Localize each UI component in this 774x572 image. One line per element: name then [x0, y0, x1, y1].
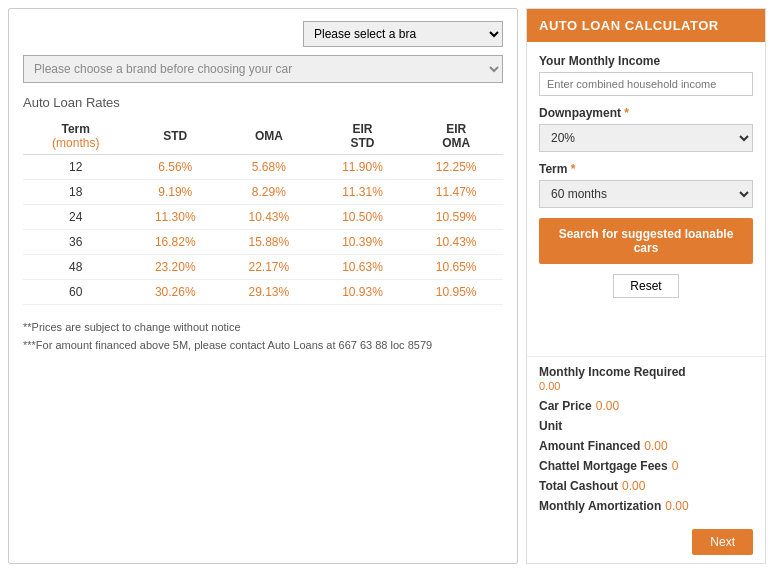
left-panel: Please select a bra Please choose a bran…: [8, 8, 518, 564]
header-eir-oma: EIROMA: [409, 118, 503, 155]
monthly-amort-row: Monthly Amortization 0.00: [539, 499, 753, 513]
cell-std: 23.20%: [128, 255, 222, 280]
cell-term: 60: [23, 280, 128, 305]
cell-eir-oma: 10.65%: [409, 255, 503, 280]
rates-table: Term(months) STD OMA EIRSTD EIROMA 126.5…: [23, 118, 503, 305]
cell-oma: 10.43%: [222, 205, 316, 230]
cell-term: 18: [23, 180, 128, 205]
table-row: 6030.26%29.13%10.93%10.95%: [23, 280, 503, 305]
term-select[interactable]: 12 months 18 months 24 months 36 months …: [539, 180, 753, 208]
cell-eir-std: 10.50%: [316, 205, 410, 230]
car-price-row: Car Price 0.00: [539, 399, 753, 413]
cell-oma: 15.88%: [222, 230, 316, 255]
income-input[interactable]: [539, 72, 753, 96]
cell-std: 9.19%: [128, 180, 222, 205]
calculator-body: Your Monthly Income Downpayment * 20% 30…: [527, 42, 765, 356]
term-field: Term * 12 months 18 months 24 months 36 …: [539, 162, 753, 208]
search-button[interactable]: Search for suggested loanable cars: [539, 218, 753, 264]
cell-eir-std: 10.63%: [316, 255, 410, 280]
calculator-title: AUTO LOAN CALCULATOR: [527, 9, 765, 42]
cell-term: 48: [23, 255, 128, 280]
cell-std: 30.26%: [128, 280, 222, 305]
table-row: 2411.30%10.43%10.50%10.59%: [23, 205, 503, 230]
cell-term: 12: [23, 155, 128, 180]
car-select[interactable]: Please choose a brand before choosing yo…: [23, 55, 503, 83]
cell-eir-oma: 12.25%: [409, 155, 503, 180]
section-title: Auto Loan Rates: [23, 95, 503, 110]
cell-std: 6.56%: [128, 155, 222, 180]
table-row: 189.19%8.29%11.31%11.47%: [23, 180, 503, 205]
downpayment-field: Downpayment * 20% 30% 40% 50%: [539, 106, 753, 152]
cell-eir-oma: 11.47%: [409, 180, 503, 205]
cell-eir-oma: 10.59%: [409, 205, 503, 230]
table-row: 3616.82%15.88%10.39%10.43%: [23, 230, 503, 255]
amount-financed-row: Amount Financed 0.00: [539, 439, 753, 453]
cell-oma: 29.13%: [222, 280, 316, 305]
cell-eir-oma: 10.43%: [409, 230, 503, 255]
chattel-row: Chattel Mortgage Fees 0: [539, 459, 753, 473]
cell-eir-std: 10.39%: [316, 230, 410, 255]
cell-eir-oma: 10.95%: [409, 280, 503, 305]
cell-oma: 8.29%: [222, 180, 316, 205]
cell-oma: 5.68%: [222, 155, 316, 180]
header-eir-std: EIRSTD: [316, 118, 410, 155]
brand-select-row: Please select a bra: [23, 21, 503, 47]
cell-eir-std: 11.31%: [316, 180, 410, 205]
monthly-income-row: Monthly Income Required 0.00: [539, 365, 753, 393]
cell-std: 11.30%: [128, 205, 222, 230]
cell-oma: 22.17%: [222, 255, 316, 280]
income-field: Your Monthly Income: [539, 54, 753, 96]
note-line1: **Prices are subject to change without n…: [23, 319, 503, 337]
next-button[interactable]: Next: [692, 529, 753, 555]
unit-row: Unit: [539, 419, 753, 433]
cell-term: 36: [23, 230, 128, 255]
table-row: 126.56%5.68%11.90%12.25%: [23, 155, 503, 180]
header-oma: OMA: [222, 118, 316, 155]
next-btn-row: Next: [527, 521, 765, 563]
right-panel: AUTO LOAN CALCULATOR Your Monthly Income…: [526, 8, 766, 564]
car-select-row: Please choose a brand before choosing yo…: [23, 55, 503, 95]
notes: **Prices are subject to change without n…: [23, 319, 503, 354]
total-cashout-row: Total Cashout 0.00: [539, 479, 753, 493]
cell-std: 16.82%: [128, 230, 222, 255]
cell-eir-std: 10.93%: [316, 280, 410, 305]
note-line2: ***For amount financed above 5M, please …: [23, 337, 503, 355]
downpayment-select[interactable]: 20% 30% 40% 50%: [539, 124, 753, 152]
term-label: Term *: [539, 162, 753, 176]
downpayment-label: Downpayment *: [539, 106, 753, 120]
results-section: Monthly Income Required 0.00 Car Price 0…: [527, 356, 765, 521]
reset-button[interactable]: Reset: [613, 274, 678, 298]
header-std: STD: [128, 118, 222, 155]
cell-eir-std: 11.90%: [316, 155, 410, 180]
brand-select[interactable]: Please select a bra: [303, 21, 503, 47]
income-label: Your Monthly Income: [539, 54, 753, 68]
cell-term: 24: [23, 205, 128, 230]
table-row: 4823.20%22.17%10.63%10.65%: [23, 255, 503, 280]
header-term: Term(months): [23, 118, 128, 155]
